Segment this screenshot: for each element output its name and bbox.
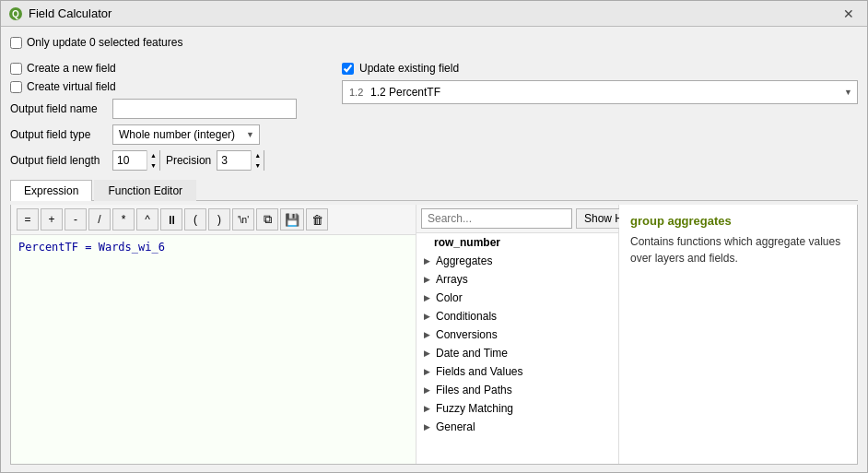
arrays-label: Arrays — [436, 273, 468, 286]
length-down-btn[interactable]: ▼ — [147, 160, 159, 171]
function-list-panel: Show Help row_number ▶ Aggregates ▶ Arra… — [416, 205, 619, 464]
create-new-field-checkbox[interactable] — [10, 63, 22, 75]
function-list: row_number ▶ Aggregates ▶ Arrays ▶ Color — [416, 233, 618, 464]
save-btn[interactable]: 💾 — [280, 208, 304, 231]
close-paren-btn[interactable]: ) — [208, 208, 230, 231]
search-bar: Show Help — [416, 205, 618, 233]
list-item-row-number[interactable]: row_number — [416, 233, 618, 252]
list-item-fuzzy-matching[interactable]: ▶ Fuzzy Matching — [416, 399, 618, 418]
row-number-arrow — [424, 238, 428, 247]
help-title: group aggregates — [630, 214, 846, 228]
update-existing-checkbox[interactable] — [342, 63, 354, 75]
conversions-label: Conversions — [436, 328, 498, 341]
help-panel: group aggregates Contains functions whic… — [619, 205, 857, 464]
expression-toolbar: = + - / * ^ ⏸ ( ) '\n' ⧉ 💾 🗑 — [11, 205, 416, 235]
update-existing-label: Update existing field — [359, 62, 459, 75]
output-field-type-select-wrap: Whole number (integer) — [112, 124, 260, 145]
svg-text:Q: Q — [12, 9, 19, 19]
list-item-arrays[interactable]: ▶ Arrays — [416, 270, 618, 289]
precision-up-btn[interactable]: ▲ — [252, 150, 264, 160]
pause-btn[interactable]: ⏸ — [160, 208, 182, 231]
row-number-label: row_number — [434, 236, 500, 249]
create-new-field-label: Create a new field — [27, 62, 116, 75]
date-and-time-label: Date and Time — [436, 347, 508, 360]
copy-btn[interactable]: ⧉ — [256, 208, 278, 231]
color-label: Color — [436, 291, 463, 304]
create-virtual-label: Create virtual field — [27, 80, 116, 93]
main-area: = + - / * ^ ⏸ ( ) '\n' ⧉ 💾 🗑 PercentTF =… — [10, 205, 858, 465]
output-field-length-label: Output field length — [10, 154, 107, 167]
conversions-arrow: ▶ — [424, 330, 430, 339]
files-and-paths-label: Files and Paths — [436, 384, 512, 396]
output-field-length-input[interactable] — [113, 151, 147, 170]
color-arrow: ▶ — [424, 293, 430, 302]
create-virtual-row: Create virtual field — [10, 80, 323, 93]
window-title: Field Calculator — [29, 6, 111, 20]
field-select[interactable]: 1.2 PercentTF — [342, 80, 858, 104]
output-field-type-label: Output field type — [10, 128, 107, 141]
general-label: General — [436, 420, 475, 433]
conditionals-arrow: ▶ — [424, 312, 430, 321]
list-item-general[interactable]: ▶ General — [416, 418, 618, 436]
length-spinner-btns: ▲ ▼ — [147, 150, 159, 171]
top-section: Create a new field Create virtual field … — [10, 56, 858, 172]
minus-btn[interactable]: - — [65, 208, 87, 231]
tabs-bar: Expression Function Editor — [10, 180, 858, 201]
update-field-row: Update existing field — [342, 62, 858, 75]
precision-label: Precision — [166, 154, 211, 167]
title-bar: Q Field Calculator ✕ — [1, 1, 867, 27]
output-field-name-row: Output field name — [10, 99, 323, 119]
title-bar-left: Q Field Calculator — [8, 6, 111, 21]
only-update-checkbox[interactable] — [10, 37, 22, 49]
expression-panel: = + - / * ^ ⏸ ( ) '\n' ⧉ 💾 🗑 PercentTF =… — [11, 205, 416, 464]
list-item-color[interactable]: ▶ Color — [416, 289, 618, 307]
list-item-conditionals[interactable]: ▶ Conditionals — [416, 307, 618, 325]
expression-input[interactable]: PercentTF = Wards_wi_6 — [11, 235, 416, 464]
tab-function-editor[interactable]: Function Editor — [94, 180, 196, 201]
aggregates-arrow: ▶ — [424, 256, 430, 266]
newline-btn[interactable]: '\n' — [232, 208, 254, 231]
arrays-arrow: ▶ — [424, 275, 430, 284]
fuzzy-matching-label: Fuzzy Matching — [436, 402, 513, 415]
precision-input[interactable] — [217, 151, 251, 170]
help-text: Contains functions which aggregate value… — [630, 233, 846, 266]
close-button[interactable]: ✕ — [838, 6, 860, 22]
list-item-files-and-paths[interactable]: ▶ Files and Paths — [416, 381, 618, 399]
output-field-type-select[interactable]: Whole number (integer) — [112, 124, 260, 145]
qgis-icon: Q — [8, 6, 23, 21]
fuzzy-matching-arrow: ▶ — [424, 404, 430, 413]
precision-down-btn[interactable]: ▼ — [252, 160, 264, 171]
search-input[interactable] — [421, 208, 572, 229]
precision-spinner: ▲ ▼ — [217, 150, 264, 171]
right-section: Update existing field 1.2 PercentTF 1.2 — [323, 62, 858, 104]
output-field-name-input[interactable] — [112, 99, 297, 119]
list-item-fields-and-values[interactable]: ▶ Fields and Values — [416, 362, 618, 381]
output-field-type-row: Output field type Whole number (integer) — [10, 124, 323, 145]
list-item-conversions[interactable]: ▶ Conversions — [416, 325, 618, 344]
tab-expression[interactable]: Expression — [10, 180, 92, 201]
plus-btn[interactable]: + — [41, 208, 63, 231]
only-update-row: Only update 0 selected features — [10, 34, 858, 53]
create-new-field-row: Create a new field — [10, 62, 323, 75]
fields-and-values-arrow: ▶ — [424, 367, 430, 376]
equals-btn[interactable]: = — [17, 208, 39, 231]
fields-and-values-label: Fields and Values — [436, 365, 523, 378]
main-content: Only update 0 selected features Create a… — [1, 27, 867, 472]
delete-btn[interactable]: 🗑 — [306, 208, 328, 231]
list-item-date-and-time[interactable]: ▶ Date and Time — [416, 344, 618, 362]
open-paren-btn[interactable]: ( — [184, 208, 206, 231]
list-item-aggregates[interactable]: ▶ Aggregates — [416, 252, 618, 270]
create-virtual-checkbox[interactable] — [10, 81, 22, 93]
multiply-btn[interactable]: * — [112, 208, 135, 231]
length-up-btn[interactable]: ▲ — [147, 150, 159, 160]
left-section: Create a new field Create virtual field … — [10, 62, 323, 171]
field-select-wrapper: 1.2 PercentTF 1.2 — [342, 80, 858, 104]
caret-btn[interactable]: ^ — [136, 208, 158, 231]
aggregates-label: Aggregates — [436, 254, 492, 267]
divide-btn[interactable]: / — [88, 208, 111, 231]
general-arrow: ▶ — [424, 422, 430, 432]
output-field-length-spinner: ▲ ▼ — [112, 150, 160, 171]
field-calculator-window: Q Field Calculator ✕ Only update 0 selec… — [0, 0, 868, 473]
output-field-length-row: Output field length ▲ ▼ Precision ▲ — [10, 150, 323, 171]
conditionals-label: Conditionals — [436, 310, 497, 323]
